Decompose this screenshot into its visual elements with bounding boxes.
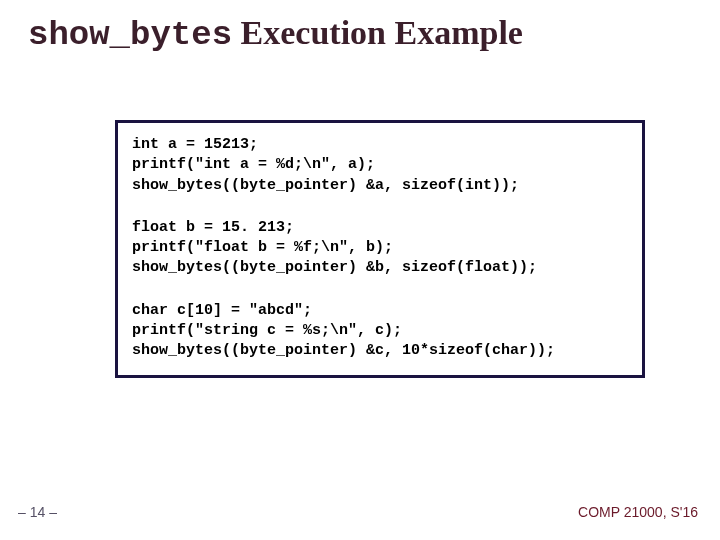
code-block-3: char c[10] = "abcd"; printf("string c = … (132, 301, 628, 362)
page-number: – 14 – (18, 504, 57, 520)
slide-title: show_bytes Execution Example (28, 14, 523, 54)
slide: show_bytes Execution Example int a = 152… (0, 0, 720, 540)
title-code-word: show_bytes (28, 16, 232, 54)
code-gap (132, 279, 628, 301)
course-tag: COMP 21000, S'16 (578, 504, 698, 520)
code-block-2: float b = 15. 213; printf("float b = %f;… (132, 218, 628, 279)
code-box: int a = 15213; printf("int a = %d;\n", a… (115, 120, 645, 378)
code-gap (132, 196, 628, 218)
title-rest: Execution Example (232, 14, 523, 51)
code-block-1: int a = 15213; printf("int a = %d;\n", a… (132, 135, 628, 196)
